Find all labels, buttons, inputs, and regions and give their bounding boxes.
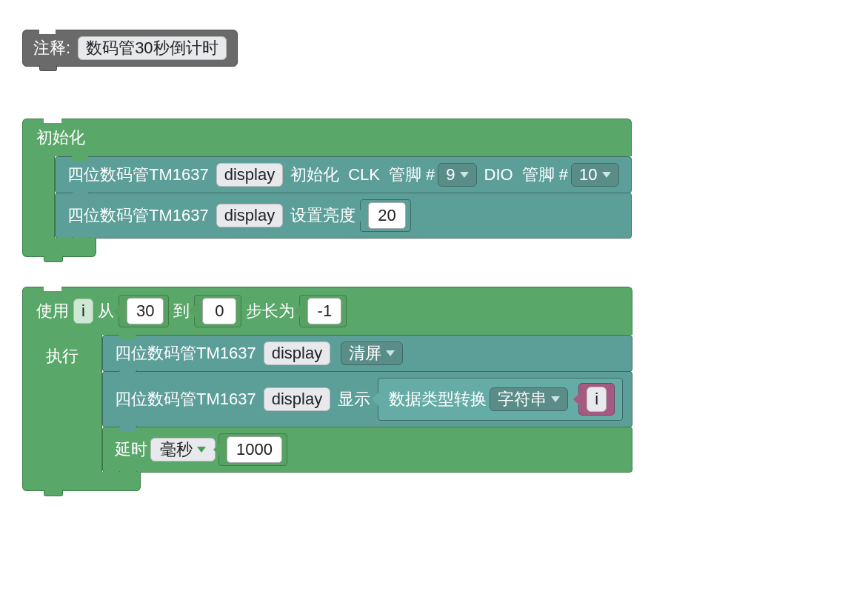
for-to-plug[interactable]: 0: [194, 295, 241, 327]
comment-label: 注释:: [33, 37, 70, 59]
setup-spine: [22, 156, 55, 238]
for-loop-block[interactable]: 使用 i 从 30 到 0 步长为 -1 执行 四位数码管TM1637: [22, 287, 632, 491]
for-step-value[interactable]: -1: [307, 298, 341, 324]
brightness-object-field[interactable]: display: [216, 204, 283, 227]
chevron-down-icon: [551, 396, 560, 402]
for-from-value[interactable]: 30: [127, 298, 164, 324]
chevron-down-icon: [460, 172, 469, 178]
clear-action-value: 清屏: [349, 345, 381, 361]
brightness-value-plug[interactable]: 20: [360, 199, 410, 232]
setup-block[interactable]: 初始化 四位数码管TM1637 display 初始化 CLK 管脚 # 9: [22, 119, 632, 257]
for-var[interactable]: i: [73, 299, 93, 324]
brightness-label: 设置亮度: [290, 204, 355, 227]
dio-pin-dropdown[interactable]: 10: [571, 163, 618, 187]
comment-text-input[interactable]: 数码管30秒倒计时: [78, 36, 226, 60]
chevron-down-icon: [602, 172, 611, 178]
var-ref[interactable]: i: [587, 387, 607, 412]
exec-label: 执行: [46, 345, 79, 367]
clear-object-field[interactable]: display: [264, 341, 330, 365]
chevron-down-icon: [386, 350, 395, 356]
clk-pin-value: 9: [446, 167, 455, 183]
delay-value-plug[interactable]: 1000: [218, 433, 287, 466]
show-prefix: 四位数码管TM1637: [115, 388, 256, 410]
dio-pin-value: 10: [579, 167, 597, 183]
delay-unit-value: 毫秒: [160, 441, 193, 458]
delay-block[interactable]: 延时 毫秒 1000: [102, 427, 632, 473]
for-step-label: 步长为: [246, 300, 295, 322]
delay-unit-dropdown[interactable]: 毫秒: [150, 438, 216, 461]
pin-label-1: 管脚 #: [389, 164, 435, 186]
cast-type-value: 字符串: [498, 391, 547, 407]
tm1637-init-word: 初始化: [290, 164, 339, 186]
tm1637-brightness-block[interactable]: 四位数码管TM1637 display 设置亮度 20: [55, 193, 632, 239]
for-to-value[interactable]: 0: [202, 298, 236, 324]
cast-type-dropdown[interactable]: 字符串: [490, 387, 568, 411]
clear-prefix: 四位数码管TM1637: [115, 342, 256, 364]
tm1637-init-block[interactable]: 四位数码管TM1637 display 初始化 CLK 管脚 # 9 DIO: [55, 156, 632, 193]
tm1637-object-field[interactable]: display: [216, 163, 283, 187]
for-to-label: 到: [173, 300, 190, 322]
for-from-label: 从: [98, 300, 114, 322]
for-spine: 执行: [22, 335, 102, 472]
var-ref-plug[interactable]: i: [578, 383, 615, 416]
cast-block[interactable]: 数据类型转换 字符串 i: [378, 378, 623, 421]
for-from-plug[interactable]: 30: [118, 295, 169, 327]
brightness-value[interactable]: 20: [368, 202, 405, 229]
cast-label: 数据类型转换: [389, 388, 487, 410]
dio-label: DIO: [484, 165, 513, 184]
for-use-label: 使用: [36, 300, 69, 322]
clk-label: CLK: [348, 165, 380, 184]
for-foot: [22, 472, 141, 491]
setup-foot: [22, 238, 96, 257]
setup-title: 初始化: [36, 127, 85, 149]
pin-label-2: 管脚 #: [522, 164, 568, 186]
show-object-field[interactable]: display: [264, 387, 330, 411]
comment-block[interactable]: 注释: 数码管30秒倒计时: [22, 30, 238, 67]
for-header: 使用 i 从 30 到 0 步长为 -1: [22, 287, 632, 335]
show-label: 显示: [338, 388, 370, 410]
tm1637-show-block[interactable]: 四位数码管TM1637 display 显示 数据类型转换 字符串 i: [102, 371, 632, 427]
for-step-plug[interactable]: -1: [299, 295, 347, 327]
delay-value[interactable]: 1000: [227, 436, 282, 463]
brightness-prefix: 四位数码管TM1637: [67, 204, 209, 227]
setup-header: 初始化: [22, 119, 632, 156]
chevron-down-icon: [197, 447, 206, 453]
clk-pin-dropdown[interactable]: 9: [438, 163, 476, 187]
tm1637-init-prefix: 四位数码管TM1637: [67, 164, 209, 186]
delay-label: 延时: [115, 439, 147, 461]
tm1637-clear-block[interactable]: 四位数码管TM1637 display 清屏: [102, 335, 632, 372]
clear-action-dropdown[interactable]: 清屏: [341, 341, 403, 365]
